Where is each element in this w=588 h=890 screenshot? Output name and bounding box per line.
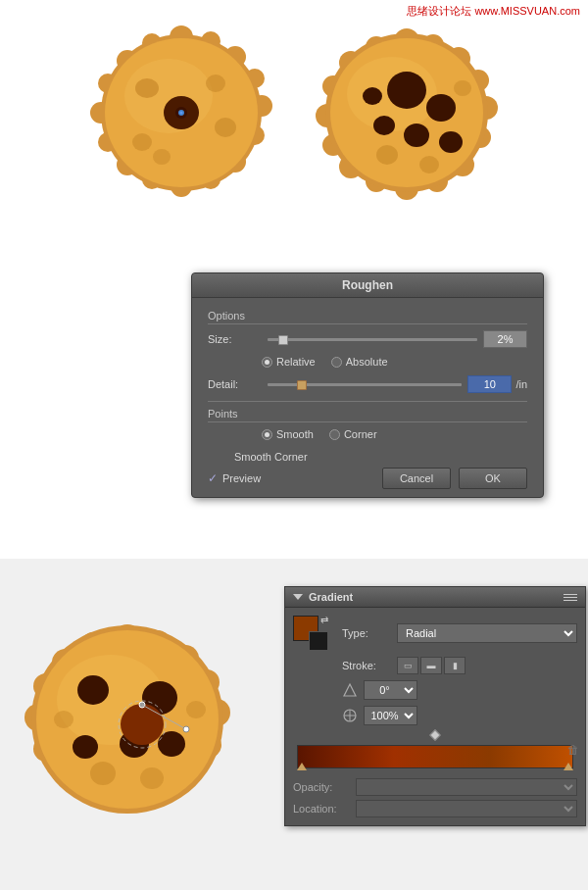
- location-label: Location:: [293, 803, 350, 815]
- size-label: Size:: [208, 333, 262, 345]
- roughen-dialog: Roughen Options Size: Relative Absolute …: [191, 272, 544, 498]
- cookie-left: [88, 20, 274, 206]
- svg-point-75: [77, 675, 109, 705]
- svg-point-49: [404, 124, 429, 147]
- bottom-cookie-area: [0, 559, 255, 890]
- cookie-right: [314, 20, 500, 206]
- svg-point-53: [376, 145, 398, 165]
- opacity-row: Opacity:: [293, 778, 577, 796]
- relative-label: Relative: [276, 356, 316, 368]
- stroke-row: Stroke: ▭ ▬ ▮: [293, 657, 577, 674]
- checkmark-icon: ✓: [208, 471, 218, 485]
- smooth-radio-item[interactable]: Smooth: [262, 428, 314, 440]
- size-slider-track[interactable]: [268, 338, 477, 341]
- svg-point-25: [215, 118, 236, 137]
- dialog-separator: [208, 401, 527, 402]
- opacity-label: Opacity:: [293, 781, 350, 793]
- location-row: Location:: [293, 800, 577, 817]
- corner-radio[interactable]: [329, 429, 340, 440]
- svg-point-78: [73, 735, 98, 759]
- dialog-title: Roughen: [192, 273, 543, 298]
- gradient-stop-right[interactable]: [564, 763, 573, 770]
- size-slider-thumb[interactable]: [278, 335, 288, 345]
- swap-arrows[interactable]: ⇄: [320, 616, 328, 625]
- preview-check[interactable]: ✓ Preview: [208, 471, 374, 485]
- svg-point-85: [90, 762, 116, 785]
- svg-point-47: [387, 72, 426, 109]
- panel-collapse-arrow[interactable]: [293, 594, 303, 600]
- detail-input[interactable]: [467, 375, 512, 393]
- type-label: Type:: [342, 627, 391, 639]
- gradient-bar[interactable]: [297, 745, 573, 768]
- svg-point-55: [454, 80, 471, 96]
- panel-body: ⇄ Type: Radial Linear Stroke: ▭ ▬ ▮: [285, 608, 585, 825]
- size-row: Size:: [208, 330, 527, 348]
- angle-icon: [342, 682, 358, 698]
- smooth-label: Smooth: [276, 428, 314, 440]
- dialog-footer: ✓ Preview Cancel OK: [192, 460, 543, 497]
- gradient-panel: Gradient ⇄ Type: Radial Linear Stroke:: [284, 586, 586, 826]
- points-section-label: Points: [208, 408, 527, 422]
- stroke-btn-3[interactable]: ▮: [444, 657, 466, 674]
- relative-absolute-row: Relative Absolute: [262, 356, 527, 368]
- smooth-radio[interactable]: [262, 429, 272, 440]
- scale-row: 100% 50% 150% 200%: [293, 706, 577, 725]
- detail-unit: /in: [515, 378, 527, 390]
- cookie-svg-bottom: [15, 612, 240, 837]
- size-input[interactable]: [483, 330, 527, 348]
- type-select[interactable]: Radial Linear: [397, 623, 577, 643]
- absolute-radio[interactable]: [331, 357, 342, 368]
- svg-point-24: [206, 74, 225, 92]
- diamond-row: [293, 731, 577, 739]
- svg-point-54: [419, 156, 439, 173]
- scale-icon: [342, 708, 358, 723]
- svg-point-22: [180, 112, 183, 115]
- detail-slider-track[interactable]: [268, 383, 462, 386]
- svg-point-26: [132, 133, 152, 151]
- gradient-stop-left[interactable]: [297, 763, 307, 770]
- svg-point-86: [140, 767, 164, 789]
- watermark: 思绪设计论坛 www.MISSVUAN.com: [407, 4, 580, 19]
- trash-icon[interactable]: 🗑: [567, 743, 579, 757]
- stroke-btn-1[interactable]: ▭: [397, 657, 418, 674]
- gradient-diamond[interactable]: [429, 729, 440, 740]
- cancel-button[interactable]: Cancel: [382, 468, 451, 489]
- cookie-svg-right: [314, 20, 500, 206]
- absolute-radio-item[interactable]: Absolute: [331, 356, 388, 368]
- panel-title-left: Gradient: [293, 591, 353, 603]
- type-row: ⇄ Type: Radial Linear: [293, 616, 577, 651]
- scale-select[interactable]: 100% 50% 150% 200%: [364, 706, 417, 725]
- detail-slider-thumb[interactable]: [297, 380, 307, 390]
- smooth-corner-row: Smooth Corner: [262, 428, 527, 440]
- relative-radio[interactable]: [262, 357, 272, 368]
- svg-point-51: [363, 87, 382, 105]
- svg-point-48: [426, 94, 456, 122]
- svg-point-52: [439, 131, 463, 153]
- panel-titlebar: Gradient: [285, 587, 585, 608]
- corner-radio-item[interactable]: Corner: [329, 428, 377, 440]
- detail-row: Detail: /in: [208, 375, 527, 393]
- options-section-label: Options: [208, 310, 527, 324]
- stroke-label: Stroke:: [342, 660, 391, 671]
- location-select[interactable]: [356, 800, 577, 817]
- panel-menu-icon[interactable]: [564, 594, 577, 601]
- dialog-body: Options Size: Relative Absolute Detail:: [192, 298, 543, 460]
- opacity-select[interactable]: [356, 778, 577, 796]
- stroke-btn-2[interactable]: ▬: [420, 657, 442, 674]
- svg-point-79: [158, 731, 185, 757]
- svg-point-23: [135, 78, 159, 98]
- svg-point-50: [373, 116, 395, 135]
- relative-radio-item[interactable]: Relative: [262, 356, 316, 368]
- gradient-bar-container: 🗑: [293, 745, 577, 768]
- smooth-corner-label: Smooth Corner: [234, 451, 308, 463]
- angle-row: 0° 90° 180° 270°: [293, 680, 577, 700]
- panel-title: Gradient: [309, 591, 353, 603]
- ok-button[interactable]: OK: [459, 468, 527, 489]
- cookie-svg-left: [88, 20, 274, 206]
- svg-point-88: [54, 711, 74, 728]
- svg-point-84: [183, 726, 189, 732]
- background-swatch[interactable]: [309, 631, 328, 651]
- svg-point-80: [121, 704, 164, 745]
- swatch-stack: ⇄: [293, 616, 328, 651]
- angle-select[interactable]: 0° 90° 180° 270°: [364, 680, 417, 700]
